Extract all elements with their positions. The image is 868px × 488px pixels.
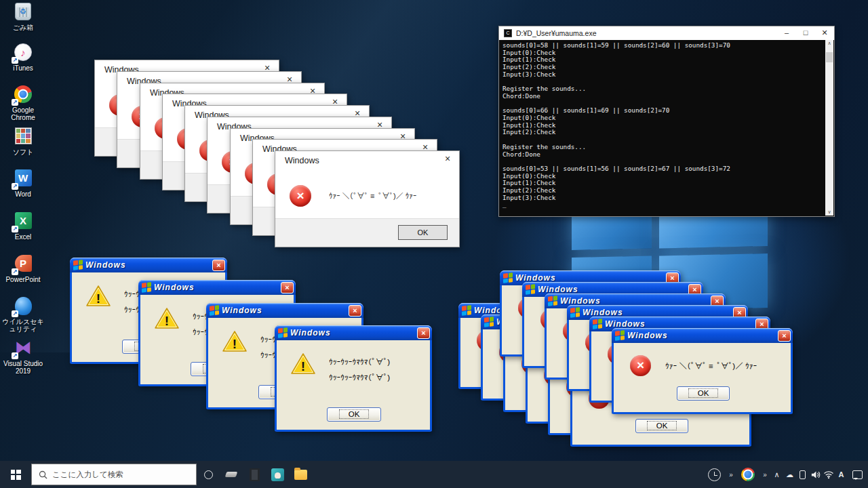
close-icon[interactable]: × <box>778 330 791 342</box>
dialog-message-line1: ｳｯｰｳｯｰｳﾏｳﾏ(ﾟ∀ﾟ) <box>329 358 390 366</box>
error-icon: × <box>630 355 651 376</box>
taskbar-cortana-button[interactable] <box>197 461 220 488</box>
title-bar: Windows × <box>612 328 793 343</box>
dialog-title: Windows <box>538 285 578 294</box>
error-icon: × <box>290 185 311 207</box>
desktop-icon-word[interactable]: W↗ Word <box>0 169 46 198</box>
desktop-icon-visual-studio[interactable]: ⧓↗ Visual Studio 2019 <box>0 339 46 375</box>
taskbar-device-app-button[interactable] <box>220 461 243 488</box>
taskbar-chrome-button[interactable] <box>736 461 760 488</box>
action-center-icon <box>852 470 863 479</box>
dialog-title: Windows <box>583 308 623 317</box>
close-icon[interactable]: × <box>436 151 459 167</box>
ok-button[interactable]: OK <box>677 386 730 401</box>
console-output: sounds[0]=58 || sounds[1]=59 || sounds[2… <box>500 40 825 216</box>
desktop-icon-soft[interactable]: ソフト <box>0 127 46 156</box>
taskbar-file-explorer-button[interactable] <box>289 461 312 488</box>
dialog-message: ｳｧｰ ＼(ﾟ∀ﾟ ≡ ﾟ∀ﾟ)／ ｳｧｰ <box>329 192 416 200</box>
overflow-chevron[interactable]: » <box>760 471 770 479</box>
title-bar: Windows × <box>275 325 432 340</box>
recycle-bin-icon <box>15 3 31 20</box>
desktop: ごみ箱 ♪↗ iTunes ↗ Google Chrome ソフト W↗ Wor… <box>0 0 868 488</box>
start-button[interactable] <box>0 461 31 488</box>
taskbar-character-app-button[interactable] <box>266 461 289 488</box>
filmstrip-icon <box>250 468 260 481</box>
warning-icon: ! <box>291 352 315 375</box>
dialog-title: Windows <box>290 328 331 338</box>
windows-flag-icon <box>278 327 288 338</box>
folder-thumbnails-icon <box>15 127 32 144</box>
ok-button[interactable]: OK <box>327 407 381 422</box>
title-bar: Windows × <box>70 258 227 272</box>
desktop-icon-recycle-bin[interactable]: ごみ箱 <box>0 3 46 31</box>
windows-flag-icon <box>548 296 557 306</box>
speaker-icon[interactable] <box>810 461 821 488</box>
windows-flag-icon <box>593 319 602 329</box>
windows-flag-icon <box>503 272 513 283</box>
dialog-message: ｳｧｰ ＼(ﾟ∀ﾟ ≡ ﾟ∀ﾟ)／ ｳｧｰ <box>665 362 757 370</box>
shortcut-arrow-icon: ↗ <box>12 183 18 190</box>
console-line: Input(3):Check <box>502 195 825 202</box>
shortcut-arrow-icon: ↗ <box>12 310 18 317</box>
windows-flag-icon <box>142 282 151 292</box>
close-icon[interactable]: × <box>212 260 225 271</box>
desktop-icon-virus-security[interactable]: ↗ ウイルスセキュリティ <box>0 297 46 333</box>
console-title-bar[interactable]: C D:¥D_User¥umauma.exe – □ ✕ <box>499 26 834 40</box>
ime-mode-indicator[interactable]: A <box>836 461 847 488</box>
desktop-icon-powerpoint[interactable]: P↗ PowerPoint <box>0 255 46 283</box>
minimize-button[interactable]: – <box>777 26 796 40</box>
action-center-button[interactable] <box>852 461 863 488</box>
scroll-up-icon[interactable]: ∧ <box>825 41 833 46</box>
close-icon[interactable]: × <box>417 327 430 339</box>
phone-icon[interactable] <box>797 461 808 488</box>
overflow-chevron[interactable]: » <box>726 471 736 479</box>
dialog-title: Windows <box>285 156 319 165</box>
maximize-button[interactable]: □ <box>796 26 815 40</box>
console-window[interactable]: C D:¥D_User¥umauma.exe – □ ✕ sounds[0]=5… <box>498 26 835 217</box>
windows-flag-icon <box>484 317 494 327</box>
taskbar-clock-app-button[interactable] <box>703 461 726 488</box>
onedrive-cloud-icon[interactable]: ☁ <box>785 461 795 488</box>
close-icon[interactable]: × <box>349 305 361 317</box>
console-line: Chord:Done <box>502 151 825 159</box>
ok-button[interactable]: OK <box>635 419 688 433</box>
dialog-title: Windows <box>85 260 126 270</box>
close-button[interactable]: ✕ <box>815 26 834 40</box>
svg-text:!: ! <box>301 359 305 373</box>
dialog-title: Windows <box>627 331 668 340</box>
windows-flag-icon <box>210 305 219 315</box>
taskbar-filmstrip-app-button[interactable] <box>243 461 266 488</box>
clock-app-icon <box>708 468 721 481</box>
scrollbar-thumb[interactable] <box>826 52 833 62</box>
warning-icon: ! <box>86 285 111 307</box>
taskbar-search-box[interactable]: ここに入力して検索 <box>31 464 197 485</box>
close-icon[interactable]: × <box>281 282 294 293</box>
dialog-title: Windows <box>222 306 262 315</box>
dialog-title: Windows <box>605 319 646 329</box>
scroll-down-icon[interactable]: ∨ <box>825 209 833 215</box>
dialog-message-line2: ｳｯｰｳｯｰｳﾏｳﾏ(ﾟ∀ﾟ) <box>329 373 390 382</box>
desktop-icon-itunes[interactable]: ♪↗ iTunes <box>0 43 46 72</box>
windows-flag-icon <box>570 307 580 317</box>
console-scrollbar[interactable]: ∧ ∨ <box>825 40 833 216</box>
desktop-icon-chrome[interactable]: ↗ Google Chrome <box>0 85 46 121</box>
tray-expand-icon[interactable]: ∧ <box>772 461 783 488</box>
windows-flag-icon <box>615 330 625 340</box>
shortcut-arrow-icon: ↗ <box>12 57 18 64</box>
ok-button[interactable]: OK <box>398 225 448 240</box>
svg-text:!: ! <box>96 291 100 306</box>
shortcut-arrow-icon: ↗ <box>12 226 18 232</box>
warning-icon: ! <box>222 330 247 352</box>
shortcut-arrow-icon: ↗ <box>12 352 18 359</box>
console-line: Chord:Done <box>502 93 825 100</box>
start-windows-icon <box>11 470 21 480</box>
title-bar: Windows × <box>138 280 296 295</box>
shortcut-arrow-icon: ↗ <box>12 99 18 106</box>
console-line: Input(2):Check <box>502 129 825 136</box>
wifi-icon[interactable] <box>823 461 834 488</box>
warning-icon: ! <box>155 307 179 329</box>
desktop-icon-excel[interactable]: X↗ Excel <box>0 212 46 241</box>
chrome-icon <box>741 468 755 481</box>
system-tray: ∧ ☁ A <box>770 461 868 488</box>
device-icon <box>225 472 238 477</box>
